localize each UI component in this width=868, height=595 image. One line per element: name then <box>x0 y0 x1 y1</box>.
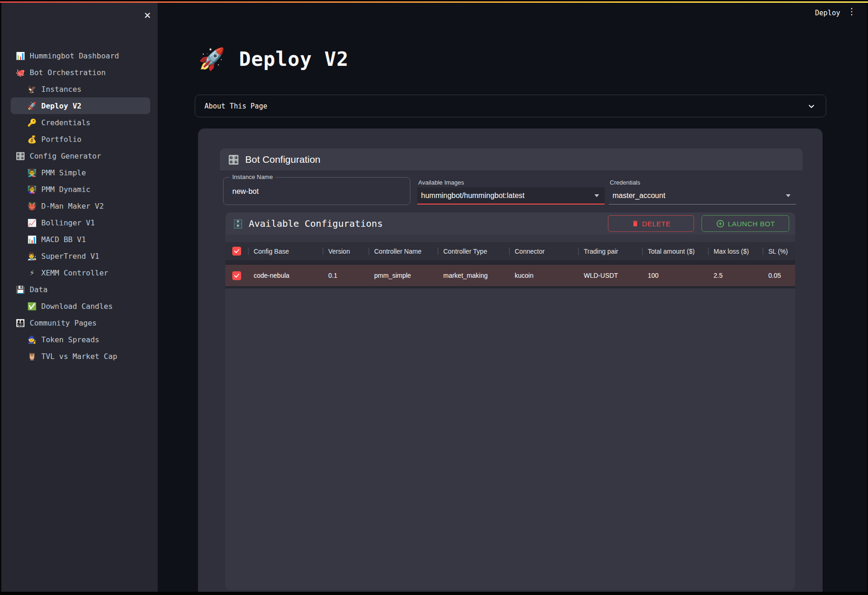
available-images-label: Available Images <box>418 179 464 186</box>
bar-chart-icon: 📊 <box>26 235 38 244</box>
sidebar-close-button[interactable]: ✕ <box>140 8 154 22</box>
cell-max-loss: 2.5 <box>708 272 763 279</box>
sidebar-nav: 📊Hummingbot Dashboard🐙Bot Orchestration🦅… <box>1 47 158 365</box>
expander-label: About This Page <box>204 102 267 110</box>
wizard-icon: 🧙 <box>26 335 38 344</box>
sidebar-item-pmm-simple[interactable]: 👨‍🏫PMM Simple <box>11 164 150 181</box>
column-header-connector[interactable]: Connector <box>509 248 578 255</box>
cell-version: 0.1 <box>323 272 369 279</box>
sidebar-item-bot-orchestration[interactable]: 🐙Bot Orchestration <box>11 64 150 81</box>
chevron-down-icon <box>806 101 817 111</box>
sidebar-item-data[interactable]: 💾Data <box>11 281 150 298</box>
column-header-version[interactable]: Version <box>323 248 369 255</box>
sidebar-item-label: Instances <box>41 85 82 94</box>
sidebar-item-label: Hummingbot Dashboard <box>30 51 119 60</box>
sidebar-item-macd-bb-v1[interactable]: 📊MACD BB V1 <box>11 231 150 248</box>
sidebar-item-bollinger-v1[interactable]: 📈Bollinger V1 <box>11 214 150 231</box>
sidebar-item-label: Config Generator <box>30 152 101 160</box>
sidebar-item-label: SuperTrend V1 <box>41 252 99 261</box>
sidebar-item-label: TVL vs Market Cap <box>41 352 117 361</box>
sidebar-item-deploy-v2[interactable]: 🚀Deploy V2 <box>11 97 150 114</box>
row-checkbox[interactable] <box>232 271 241 280</box>
launch-bot-button-label: LAUNCH BOT <box>728 220 775 228</box>
lightning-icon: ⚡ <box>26 269 38 277</box>
browser-tab-title: Deploy <box>815 9 840 17</box>
delete-button-label: DELETE <box>642 220 670 228</box>
sidebar-item-token-spreads[interactable]: 🧙Token Spreads <box>11 331 150 348</box>
column-header-max-loss[interactable]: Max loss ($) <box>708 248 763 255</box>
available-configurations-title: Available Configurations <box>249 218 383 229</box>
sidebar-item-label: Community Pages <box>30 319 97 327</box>
chart-increasing-icon: 📈 <box>26 218 38 227</box>
available-configurations-card: 🗄️ Available Configurations DELETE LAUNC… <box>225 212 795 590</box>
cell-controller-type: market_making <box>438 272 509 279</box>
sidebar-item-hummingbot-dashboard[interactable]: 📊Hummingbot Dashboard <box>11 47 150 64</box>
man-teacher-icon: 👨‍🏫 <box>26 168 38 177</box>
sidebar-item-pmm-dynamic[interactable]: 👩‍🏫PMM Dynamic <box>11 181 150 198</box>
dropdown-caret-icon <box>786 194 791 197</box>
instance-name-field[interactable]: Instance Name new-bot <box>223 177 410 205</box>
sidebar-item-portfolio[interactable]: 💰Portfolio <box>11 131 150 147</box>
configurations-table: Config BaseVersionController NameControl… <box>225 242 795 288</box>
kebab-menu-icon[interactable]: ⋮ <box>847 6 857 16</box>
rocket-icon: 🚀 <box>26 102 38 110</box>
sidebar-item-label: Token Spreads <box>41 335 99 344</box>
sidebar-item-instances[interactable]: 🦅Instances <box>11 81 150 97</box>
rocket-icon: 🚀 <box>198 46 225 71</box>
file-cabinet-icon: 🗄️ <box>233 219 243 229</box>
sidebar-item-download-candles[interactable]: ✅Download Candles <box>11 298 150 314</box>
page-title: 🚀 Deploy V2 <box>198 46 349 71</box>
sidebar-item-credentials[interactable]: 🔑Credentials <box>11 114 150 131</box>
config-actions: DELETE LAUNCH BOT <box>608 215 789 232</box>
page-title-text: Deploy V2 <box>239 48 349 70</box>
trash-icon <box>632 220 639 227</box>
table-row[interactable]: code-nebula0.1pmm_simplemarket_makingkuc… <box>225 265 795 286</box>
checkbox-cell <box>225 271 248 280</box>
cell-connector: kucoin <box>509 272 578 279</box>
instance-name-value: new-bot <box>232 187 259 196</box>
column-header-sl[interactable]: SL (%) <box>763 248 795 255</box>
sidebar-item-label: D-Man Maker V2 <box>41 202 104 211</box>
window-left-border <box>0 3 1 595</box>
about-this-page-expander[interactable]: About This Page <box>195 95 826 117</box>
launch-bot-button[interactable]: LAUNCH BOT <box>702 215 789 232</box>
sidebar-item-label: Data <box>30 285 48 294</box>
sidebar-item-label: Credentials <box>41 118 90 127</box>
streamlit-decoration-bar <box>0 1 868 3</box>
sidebar-item-label: PMM Dynamic <box>41 185 90 194</box>
sidebar: ✕ 📊Hummingbot Dashboard🐙Bot Orchestratio… <box>1 3 158 592</box>
select-all-checkbox[interactable] <box>232 247 241 256</box>
column-header-controller-type[interactable]: Controller Type <box>438 248 509 255</box>
column-header-controller-name[interactable]: Controller Name <box>369 248 438 255</box>
sidebar-item-supertrend-v1[interactable]: 👨‍🎨SuperTrend V1 <box>11 248 150 264</box>
sidebar-item-d-man-maker-v2[interactable]: 👹D-Man Maker V2 <box>11 198 150 214</box>
checkbox-cell <box>225 247 248 256</box>
available-images-select[interactable]: hummingbot/hummingbot:latest <box>417 187 605 205</box>
credentials-label: Credentials <box>610 179 640 186</box>
sidebar-item-label: Portfolio <box>41 135 82 144</box>
column-header-total-amount[interactable]: Total amount ($) <box>642 248 708 255</box>
cell-trading-pair: WLD-USDT <box>578 272 642 279</box>
credentials-select[interactable]: master_account <box>609 187 796 205</box>
control-knobs-icon: 🎛️ <box>14 152 26 160</box>
sidebar-item-tvl-vs-market-cap[interactable]: 🦉TVL vs Market Cap <box>11 348 150 365</box>
delete-button[interactable]: DELETE <box>608 215 694 232</box>
key-icon: 🔑 <box>26 118 38 127</box>
control-knobs-icon: 🎛️ <box>228 154 239 165</box>
cell-total-amount: 100 <box>642 272 708 279</box>
sidebar-item-config-generator[interactable]: 🎛️Config Generator <box>11 147 150 164</box>
column-header-trading-pair[interactable]: Trading pair <box>578 248 642 255</box>
column-header-config-base[interactable]: Config Base <box>248 248 323 255</box>
instance-name-label: Instance Name <box>230 173 275 180</box>
sidebar-item-community-pages[interactable]: 👨‍👩‍👧‍👦Community Pages <box>11 314 150 331</box>
check-mark-icon: ✅ <box>26 302 38 311</box>
cell-sl: 0.05 <box>763 272 795 279</box>
table-header-row: Config BaseVersionController NameControl… <box>225 242 795 260</box>
octopus-icon: 🐙 <box>14 68 26 77</box>
sidebar-item-label: XEMM Controller <box>41 269 108 277</box>
dropdown-caret-icon <box>594 194 599 197</box>
family-icon: 👨‍👩‍👧‍👦 <box>14 319 26 327</box>
money-bag-icon: 💰 <box>26 135 38 144</box>
circle-plus-icon <box>716 219 725 228</box>
sidebar-item-xemm-controller[interactable]: ⚡XEMM Controller <box>11 264 150 281</box>
